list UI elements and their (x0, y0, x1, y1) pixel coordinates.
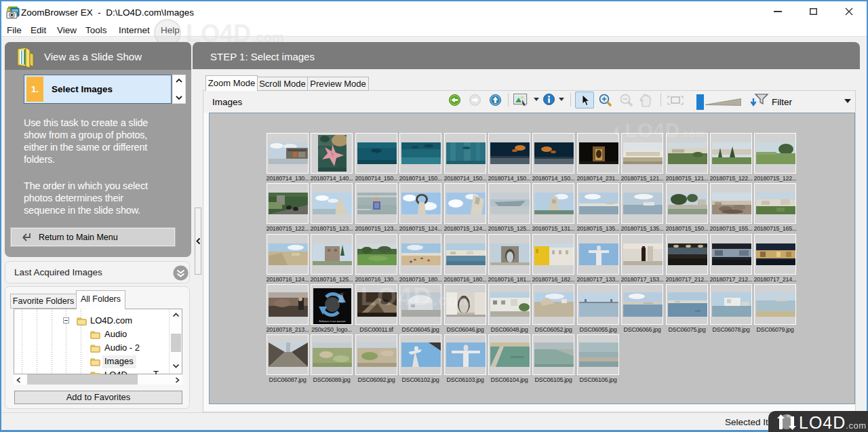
svg-text:Software is our passion: Software is our passion (319, 320, 345, 323)
